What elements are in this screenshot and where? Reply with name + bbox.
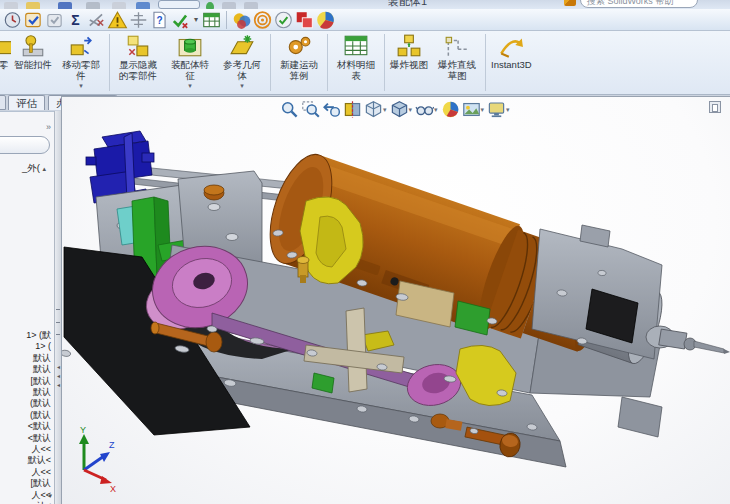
checkbox-dim-icon[interactable] — [44, 10, 65, 30]
explode-sketch-icon — [444, 33, 470, 59]
status-dot-icon — [206, 2, 214, 9]
assembly-features-icon — [177, 33, 203, 59]
feature-tree-item[interactable]: 1> (默 — [0, 330, 54, 341]
move-component-button[interactable]: 移动零部件▾ — [55, 31, 107, 94]
feature-tree-item[interactable]: 人<< — [0, 490, 54, 501]
feature-tree-item[interactable]: 默认 — [0, 364, 54, 375]
redo-icon[interactable] — [136, 2, 150, 9]
feature-tree-item[interactable]: 人<< — [0, 444, 54, 455]
ribbon-group-separator — [270, 34, 271, 91]
insert-component-icon — [0, 33, 11, 59]
no-solve-sketch-icon[interactable] — [86, 10, 107, 30]
ribbon-button-label: 移动零部件 — [58, 59, 104, 81]
design-table-icon[interactable] — [201, 10, 222, 30]
verify-check-icon[interactable] — [170, 10, 191, 30]
chevron-down-icon[interactable]: ▾ — [79, 82, 83, 89]
approve-circle-icon[interactable] — [273, 10, 294, 30]
show-hidden-components-button[interactable]: 显示隐藏的零部件 — [112, 31, 164, 94]
print-icon[interactable] — [86, 2, 100, 9]
toolbar-box-icon[interactable] — [222, 2, 236, 9]
triad-x-label: X — [110, 484, 116, 492]
ribbon-group-separator — [485, 34, 486, 91]
new-file-icon[interactable] — [4, 2, 18, 9]
explode-line-sketch-button[interactable]: 爆炸直线草图 — [431, 31, 483, 94]
toolbar-box2-icon[interactable] — [244, 2, 258, 9]
measure-clock-icon[interactable] — [2, 10, 23, 30]
tree-scroll-down-icon[interactable]: ▾ — [48, 492, 52, 500]
splitter-collapse-arrows-icon[interactable]: ◂◂◂ — [55, 363, 62, 390]
smart-fasteners-icon — [20, 33, 46, 59]
tools-toolbar: Σ?▾ — [0, 9, 730, 31]
tab-assembly-partial[interactable] — [0, 95, 6, 110]
panel-pane-capsule[interactable] — [0, 136, 50, 154]
select-tool-pressed[interactable] — [158, 0, 200, 9]
ribbon-button-label: 智能扣件 — [14, 59, 52, 70]
svg-text:?: ? — [156, 15, 162, 26]
help-search-area[interactable]: 搜索 SolidWorks 帮助 — [562, 0, 722, 8]
ribbon-group-separator — [109, 34, 110, 91]
feature-tree-item[interactable]: [默认 — [0, 478, 54, 489]
motion-spiral-icon[interactable] — [252, 10, 273, 30]
smart-fasteners-button[interactable]: 智能扣件 — [11, 31, 55, 94]
assembly-model[interactable] — [62, 97, 730, 504]
chevron-down-icon[interactable]: ▾ — [188, 82, 192, 89]
ribbon-button-label: 零 — [0, 59, 8, 70]
feature-tree-item[interactable]: <默认 — [0, 421, 54, 432]
save-file-icon[interactable] — [58, 2, 72, 9]
dropdown-arrow-icon[interactable]: ▾ — [191, 15, 201, 24]
ribbon-button-label: 爆炸视图 — [390, 59, 428, 70]
feature-manager-panel: » _外( ▴ 1> (默1> (默认默认[默认默认(默认(默认<默认<默认人<… — [0, 111, 54, 504]
photoview-render-icon[interactable] — [231, 10, 252, 30]
move-component-icon — [68, 33, 94, 59]
pie-sphere-icon[interactable] — [315, 10, 336, 30]
panel-splitter[interactable]: ◂◂◂ — [54, 111, 61, 504]
feature-tree-item[interactable]: 默认< — [0, 455, 54, 466]
insert-component-button[interactable]: 零 — [0, 31, 11, 94]
feature-tree-item[interactable]: 1> ( — [0, 341, 54, 352]
tab-evaluate[interactable]: 评估 — [8, 95, 45, 110]
exploded-view-icon — [396, 33, 422, 59]
ribbon-button-label: Instant3D — [491, 59, 532, 70]
search-input[interactable]: 搜索 SolidWorks 帮助 — [580, 0, 698, 8]
ribbon-group-separator — [327, 34, 328, 91]
window-title: 装配体1 — [388, 0, 508, 8]
feature-tree-item[interactable]: 默认 — [0, 387, 54, 398]
feature-tree-item[interactable]: (默认 — [0, 398, 54, 409]
design-checker-checked-icon[interactable] — [23, 10, 44, 30]
undo-icon[interactable] — [112, 2, 126, 9]
triad-y-label: Y — [80, 426, 86, 435]
bom-table-icon — [343, 33, 369, 59]
assembly-features-button[interactable]: 装配体特征▾ — [164, 31, 216, 94]
reference-geometry-button[interactable]: 参考几何体▾ — [216, 31, 268, 94]
chevron-down-icon[interactable]: ▾ — [240, 82, 244, 89]
new-motion-study-button[interactable]: 新建运动算例 — [273, 31, 325, 94]
feature-tree-item[interactable]: (默认 — [0, 410, 54, 421]
splitter-handle-icon[interactable] — [56, 309, 60, 335]
file-question-icon[interactable]: ? — [149, 10, 170, 30]
ribbon-button-label: 参考几何体 — [219, 59, 265, 81]
instant3d-button[interactable]: Instant3D — [488, 31, 535, 94]
triad-z-label: Z — [109, 440, 115, 450]
open-file-icon[interactable] — [26, 2, 40, 9]
feature-tree-item[interactable]: <默认 — [0, 433, 54, 444]
show-hidden-icon — [125, 33, 151, 59]
ribbon-button-label: 新建运动算例 — [276, 59, 322, 81]
feature-tree-root[interactable]: _外( ▴ — [0, 162, 54, 175]
panel-collapse-chevron-icon[interactable]: » — [46, 122, 51, 132]
coordinate-triad: Y Z X — [66, 426, 118, 492]
feature-tree-root-arrow-icon[interactable]: ▴ — [42, 165, 46, 172]
ribbon-button-label: 材料明细表 — [333, 59, 379, 81]
equations-sigma-icon[interactable]: Σ — [65, 10, 86, 30]
feature-tree-item[interactable]: 人<< — [0, 467, 54, 478]
compare-blocks-icon[interactable] — [294, 10, 315, 30]
graphics-viewport[interactable]: ▾▾▾▾▾ — [61, 96, 730, 504]
align-icon[interactable] — [128, 10, 149, 30]
ribbon-button-label: 爆炸直线草图 — [434, 59, 480, 81]
bill-of-materials-button[interactable]: 材料明细表 — [330, 31, 382, 94]
interference-warning-icon[interactable] — [107, 10, 128, 30]
reference-geometry-icon — [229, 33, 255, 59]
exploded-view-button[interactable]: 爆炸视图 — [387, 31, 431, 94]
right-bracket-part[interactable] — [532, 225, 662, 437]
feature-tree-item[interactable]: [默认 — [0, 376, 54, 387]
feature-tree-item[interactable]: 默认 — [0, 353, 54, 364]
